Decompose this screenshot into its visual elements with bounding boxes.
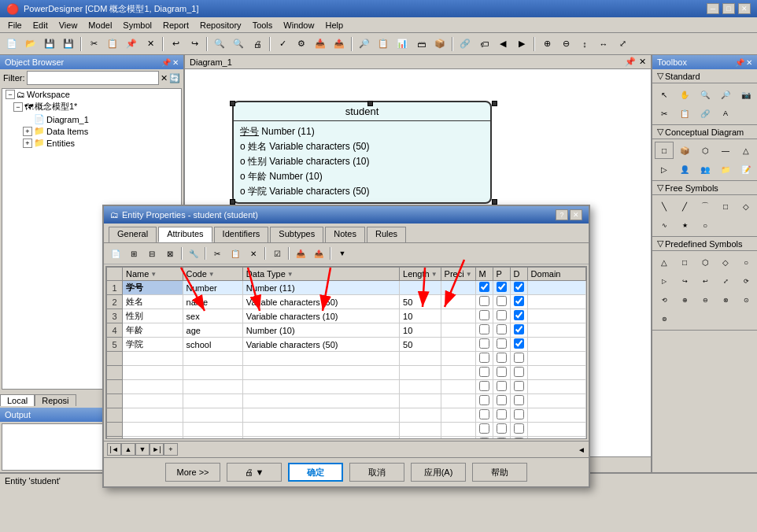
nav-last[interactable]: ►| — [150, 443, 164, 456]
row-datatype[interactable]: Number (10) — [242, 323, 399, 338]
table-row[interactable]: 1 学号 Number Number (11) — [107, 281, 586, 295]
row-m[interactable] — [475, 309, 493, 323]
empty-p[interactable] — [493, 394, 510, 408]
empty-d[interactable] — [510, 423, 527, 437]
row-p[interactable] — [493, 323, 510, 338]
empty-m[interactable] — [475, 366, 493, 380]
col-m-header[interactable]: M — [475, 268, 493, 281]
apply-button[interactable]: 应用(A) — [411, 463, 466, 482]
tab-notes[interactable]: Notes — [325, 227, 365, 242]
dtb-copy[interactable]: 📋 — [227, 246, 244, 261]
dtb-grid3[interactable]: ⊠ — [161, 246, 179, 261]
tab-general[interactable]: General — [109, 227, 157, 242]
dtb-import[interactable]: 📥 — [292, 246, 309, 261]
tab-attributes[interactable]: Attributes — [158, 227, 212, 242]
empty-p[interactable] — [493, 423, 510, 437]
tab-subtypes[interactable]: Subtypes — [270, 227, 323, 242]
empty-p[interactable] — [493, 366, 510, 380]
row-m[interactable] — [475, 338, 493, 352]
row-datatype[interactable]: Variable characters (50) — [242, 338, 399, 352]
col-length-header[interactable]: Length▼ — [400, 268, 441, 281]
row-datatype[interactable]: Variable characters (50) — [242, 295, 399, 309]
confirm-button[interactable]: 确定 — [288, 463, 343, 482]
row-name[interactable]: 年龄 — [123, 323, 183, 338]
row-d[interactable] — [510, 323, 527, 338]
row-d[interactable] — [510, 338, 527, 352]
row-d[interactable] — [510, 281, 527, 295]
empty-d[interactable] — [510, 380, 527, 394]
empty-m[interactable] — [475, 380, 493, 394]
more-button[interactable]: More >> — [165, 463, 220, 482]
dtb-prop[interactable]: 🔧 — [185, 246, 202, 261]
attributes-table-container[interactable]: Name▼ Code▼ Data Type▼ Length▼ Preci▼ — [105, 266, 587, 439]
tab-identifiers[interactable]: Identifiers — [214, 227, 269, 242]
dtb-grid2[interactable]: ⊟ — [143, 246, 161, 261]
row-length[interactable] — [400, 281, 441, 295]
empty-p[interactable] — [493, 408, 510, 423]
dtb-grid[interactable]: ⊞ — [125, 246, 142, 261]
row-d[interactable] — [510, 295, 527, 309]
col-domain-header[interactable]: Domain — [527, 268, 585, 281]
dialog-help-icon[interactable]: ? — [556, 209, 568, 220]
empty-d[interactable] — [510, 408, 527, 423]
col-p-header[interactable]: P — [493, 268, 510, 281]
row-code[interactable]: sex — [183, 309, 242, 323]
row-preci[interactable] — [441, 309, 475, 323]
row-preci[interactable] — [441, 338, 475, 352]
col-d-header[interactable]: D — [510, 268, 527, 281]
table-row[interactable]: 3 性别 sex Variable characters (10) 10 — [107, 309, 586, 323]
dtb-check[interactable]: ☑ — [268, 246, 286, 261]
empty-m[interactable] — [475, 408, 493, 423]
row-domain[interactable] — [527, 338, 585, 352]
row-code[interactable]: school — [183, 338, 242, 352]
row-datatype[interactable]: Number (11) — [242, 281, 399, 295]
row-domain[interactable] — [527, 295, 585, 309]
empty-d[interactable] — [510, 352, 527, 366]
nav-next[interactable]: ▼ — [135, 443, 150, 456]
empty-m[interactable] — [475, 352, 493, 366]
row-m[interactable] — [475, 281, 493, 295]
row-domain[interactable] — [527, 309, 585, 323]
row-p[interactable] — [493, 338, 510, 352]
empty-m[interactable] — [475, 437, 493, 440]
cancel-button[interactable]: 取消 — [349, 463, 404, 482]
dtb-expand[interactable]: ▼ — [334, 246, 351, 261]
nav-first[interactable]: |◄ — [107, 443, 121, 456]
row-p[interactable] — [493, 295, 510, 309]
row-name[interactable]: 学院 — [123, 338, 183, 352]
row-preci[interactable] — [441, 281, 475, 295]
row-p[interactable] — [493, 281, 510, 295]
tab-rules[interactable]: Rules — [367, 227, 406, 242]
row-domain[interactable] — [527, 323, 585, 338]
table-row[interactable]: 2 姓名 name Variable characters (50) 50 — [107, 295, 586, 309]
row-name[interactable]: 性别 — [123, 309, 183, 323]
empty-p[interactable] — [493, 437, 510, 440]
dtb-cut[interactable]: ✂ — [209, 246, 226, 261]
dtb-export[interactable]: 📤 — [310, 246, 327, 261]
row-m[interactable] — [475, 295, 493, 309]
row-m[interactable] — [475, 323, 493, 338]
help-button[interactable]: 帮助 — [472, 463, 527, 482]
row-length[interactable]: 10 — [400, 323, 441, 338]
row-name[interactable]: 学号 — [123, 281, 183, 295]
row-datatype[interactable]: Variable characters (10) — [242, 309, 399, 323]
row-name[interactable]: 姓名 — [123, 295, 183, 309]
row-preci[interactable] — [441, 295, 475, 309]
print-button[interactable]: 🖨 ▼ — [227, 463, 282, 482]
empty-m[interactable] — [475, 423, 493, 437]
table-row[interactable]: 5 学院 school Variable characters (50) 50 — [107, 338, 586, 352]
empty-p[interactable] — [493, 380, 510, 394]
row-length[interactable]: 10 — [400, 309, 441, 323]
col-name-header[interactable]: Name▼ — [123, 268, 183, 281]
dtb-delete[interactable]: ✕ — [245, 246, 262, 261]
col-preci-header[interactable]: Preci▼ — [441, 268, 475, 281]
empty-p[interactable] — [493, 352, 510, 366]
row-code[interactable]: age — [183, 323, 242, 338]
empty-d[interactable] — [510, 437, 527, 440]
dialog-close-icon[interactable]: ✕ — [570, 209, 582, 220]
row-p[interactable] — [493, 309, 510, 323]
row-length[interactable]: 50 — [400, 338, 441, 352]
row-preci[interactable] — [441, 323, 475, 338]
dtb-add[interactable]: 📄 — [107, 246, 124, 261]
empty-m[interactable] — [475, 394, 493, 408]
